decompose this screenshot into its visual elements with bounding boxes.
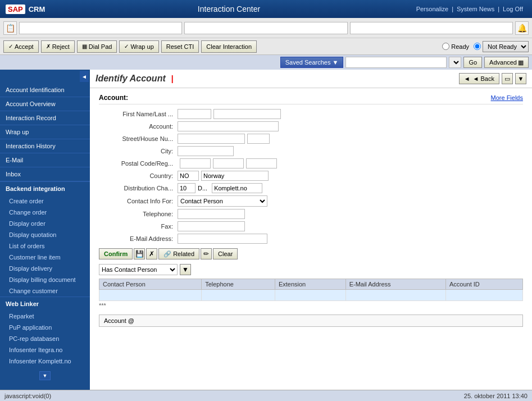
sidebar-collapse-button[interactable]: ◄	[80, 71, 89, 82]
table-row[interactable]	[99, 290, 523, 301]
sidebar-item-display-delivery[interactable]: Display delivery	[0, 263, 90, 274]
form-row-distribution: Distribution Cha... D...	[99, 183, 523, 193]
search-dropdown[interactable]	[449, 57, 461, 68]
ready-option[interactable]: Ready	[442, 43, 469, 50]
sidebar-item-display-order[interactable]: Display order	[0, 218, 90, 229]
sidebar-item-account-overview[interactable]: Account Overview	[0, 97, 90, 111]
save-icon-button[interactable]: 💾	[134, 248, 145, 259]
country-name-input[interactable]	[201, 171, 269, 181]
lastname-input[interactable]	[213, 109, 281, 119]
sidebar-item-display-billing[interactable]: Display billing document	[0, 274, 90, 285]
sidebar-item-interaction-record[interactable]: Interaction Record	[0, 111, 90, 125]
sidebar-item-account-identification[interactable]: Account Identification	[0, 83, 90, 97]
firstname-input[interactable]	[178, 109, 211, 119]
col-extension: Extension	[275, 279, 345, 290]
house-num-input[interactable]	[247, 134, 270, 144]
contact-info-select[interactable]: Contact Person	[178, 195, 267, 207]
confirm-button[interactable]: Confirm	[99, 248, 133, 259]
form-area: Account: More Fields First Name/Last ...…	[90, 88, 532, 390]
reject-icon: ✗	[46, 43, 51, 49]
distribution-code-input[interactable]	[178, 183, 195, 193]
content-header-actions: ◄ ◄ Back ▭ ▼	[459, 73, 526, 84]
not-ready-option[interactable]: Not Ready	[474, 41, 529, 52]
content-icon-btn-1[interactable]: ▭	[502, 73, 513, 84]
distribution-site-input[interactable]	[212, 183, 262, 193]
advanced-icon: ▦	[518, 59, 524, 66]
toolbar-input-2[interactable]	[184, 22, 347, 34]
log-off-link[interactable]: Log Off	[499, 6, 526, 12]
form-row-firstname: First Name/Last ...	[99, 109, 523, 119]
content-icon-btn-2[interactable]: ▼	[515, 73, 526, 84]
form-row-postal: Postal Code/Reg...	[99, 158, 523, 168]
search-bar: Saved Searches ▼ Go Advanced ▦	[0, 55, 532, 70]
has-contact-dropdown-btn[interactable]: ▼	[180, 264, 191, 275]
toolbar-input-1[interactable]	[19, 22, 182, 34]
form-row-email: E-Mail Address:	[99, 234, 523, 244]
city-input[interactable]	[178, 146, 234, 156]
sidebar-item-change-order[interactable]: Change order	[0, 207, 90, 218]
personalize-link[interactable]: Personalize	[413, 6, 452, 12]
sidebar-item-email[interactable]: E-Mail	[0, 153, 90, 167]
firstname-label: First Name/Last ...	[99, 111, 178, 117]
sidebar-item-infosenter-itegra[interactable]: Infosenter Itegra.no	[0, 344, 90, 356]
email-input[interactable]	[178, 234, 267, 244]
sap-logo: SAP	[6, 4, 25, 14]
fax-input[interactable]	[178, 221, 245, 231]
postal-input-1[interactable]	[180, 158, 211, 168]
country-code-input[interactable]	[178, 171, 199, 181]
accept-icon: ✓	[8, 43, 13, 49]
reject-button[interactable]: ✗ Reject	[41, 40, 75, 53]
saved-searches-button[interactable]: Saved Searches ▼	[280, 57, 344, 68]
sidebar-scroll-down-button[interactable]: ▼	[39, 371, 51, 380]
go-button[interactable]: Go	[463, 57, 482, 68]
wrap-up-button[interactable]: ✓ Wrap up	[119, 40, 158, 53]
distribution-d-label: D...	[198, 185, 207, 192]
toolbar-row1: 📋 🔔	[0, 18, 532, 38]
reset-cti-button[interactable]: Reset CTI	[161, 40, 199, 53]
sidebar: ◄ Account Identification Account Overvie…	[0, 70, 90, 390]
edit-icon-button[interactable]: ✏	[201, 248, 212, 259]
advanced-button[interactable]: Advanced ▦	[484, 57, 529, 68]
clear-button[interactable]: Clear	[213, 248, 238, 259]
toolbar-icon-2[interactable]: 🔔	[515, 21, 529, 35]
system-news-link[interactable]: System News	[453, 6, 498, 12]
street-input[interactable]	[178, 134, 245, 144]
dial-pad-button[interactable]: ▦ Dial Pad	[77, 40, 117, 53]
dial-pad-icon: ▦	[82, 43, 87, 49]
sidebar-item-reparket[interactable]: Reparket	[0, 311, 90, 322]
sidebar-item-infosenter-komplett[interactable]: Infosenter Komplett.no	[0, 356, 90, 367]
account-input[interactable]	[178, 121, 279, 131]
sidebar-item-list-orders[interactable]: List of orders	[0, 240, 90, 252]
action-buttons: Confirm 💾 ✗ 🔗 Related ✏ Clear	[99, 248, 523, 259]
search-input[interactable]	[345, 57, 447, 68]
sidebar-item-display-quotation[interactable]: Display quotation	[0, 229, 90, 240]
postal-input-2[interactable]	[213, 158, 244, 168]
toolbar-input-3[interactable]	[350, 22, 513, 34]
not-ready-radio[interactable]	[474, 43, 481, 50]
sidebar-item-change-customer[interactable]: Change customer	[0, 285, 90, 297]
telephone-input[interactable]	[178, 209, 245, 219]
has-contact-select[interactable]: Has Contact Person	[99, 264, 178, 275]
ready-radio-group: Ready Not Ready	[442, 41, 529, 52]
accept-button[interactable]: ✓ Accept	[3, 40, 39, 53]
postal-input-3[interactable]	[246, 158, 277, 168]
delete-icon-button[interactable]: ✗	[146, 248, 157, 259]
country-label: Country:	[99, 172, 178, 179]
sidebar-item-pc-rep-databasen[interactable]: PC-rep databasen	[0, 333, 90, 344]
clear-interaction-button[interactable]: Clear Interaction	[201, 40, 257, 53]
sidebar-item-inbox[interactable]: Inbox	[0, 167, 90, 181]
sidebar-item-pup-application[interactable]: PuP application	[0, 322, 90, 333]
sidebar-item-interaction-history[interactable]: Interaction History	[0, 139, 90, 153]
sidebar-item-customer-line-item[interactable]: Customer line item	[0, 252, 90, 263]
not-ready-select[interactable]: Not Ready	[483, 41, 529, 52]
related-button[interactable]: 🔗 Related	[158, 248, 199, 259]
more-fields-link[interactable]: More Fields	[491, 94, 523, 101]
email-label: E-Mail Address:	[99, 235, 178, 242]
app-title: Interaction Center	[45, 4, 412, 13]
status-bar: javascript:void(0) 25. oktober 2011 13:4…	[0, 390, 532, 401]
ready-radio[interactable]	[442, 43, 449, 50]
toolbar-icon-1[interactable]: 📋	[3, 21, 17, 35]
sidebar-item-wrap-up[interactable]: Wrap up	[0, 125, 90, 139]
sidebar-item-create-order[interactable]: Create order	[0, 195, 90, 207]
back-button[interactable]: ◄ ◄ Back	[459, 73, 499, 84]
